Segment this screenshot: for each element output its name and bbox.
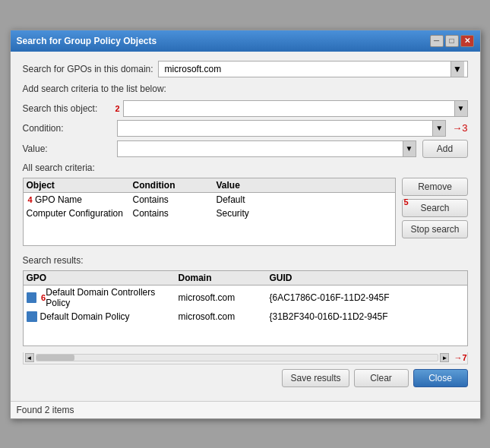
- add-button[interactable]: Add: [422, 140, 468, 158]
- save-results-button[interactable]: Save results: [282, 369, 349, 387]
- criteria-table[interactable]: Object Condition Value 4 GPO Name Contai…: [23, 178, 397, 246]
- criteria-row-2[interactable]: Computer Configuration Contains Security: [24, 207, 396, 220]
- col-value: Value: [217, 180, 393, 191]
- value-field[interactable]: ▼: [117, 140, 416, 157]
- value-dropdown[interactable]: ▼: [403, 140, 416, 157]
- dialog-content: Search for GPOs in this domain: microsof…: [11, 52, 480, 401]
- scrollbar-track[interactable]: [36, 354, 439, 361]
- window-controls: ─ □ ✕: [430, 35, 474, 47]
- search-object-label: Search this object:: [23, 103, 114, 114]
- scroll-right-btn[interactable]: ►: [440, 353, 449, 362]
- criteria-container: Object Condition Value 4 GPO Name Contai…: [23, 178, 468, 246]
- status-bar: Found 2 items: [11, 401, 480, 418]
- minimize-button[interactable]: ─: [430, 35, 444, 47]
- maximize-button[interactable]: □: [445, 35, 459, 47]
- result-row-1[interactable]: 6 Default Domain Controllers Policy micr…: [24, 286, 467, 310]
- domain-select[interactable]: microsoft.com ▼: [158, 61, 468, 77]
- scroll-left-btn[interactable]: ◄: [25, 353, 34, 362]
- criteria-header: Object Condition Value: [24, 178, 396, 193]
- remove-button[interactable]: Remove: [402, 178, 467, 196]
- domain-row: Search for GPOs in this domain: microsof…: [23, 61, 468, 77]
- result-row-2[interactable]: Default Domain Policy microsoft.com {31B…: [24, 310, 467, 323]
- add-criteria-label: Add search criteria to the list below:: [23, 84, 468, 94]
- row1-condition: Contains: [133, 194, 217, 205]
- condition-input[interactable]: [117, 120, 433, 137]
- window-title: Search for Group Policy Objects: [17, 36, 157, 46]
- window-close-button[interactable]: ✕: [460, 35, 474, 47]
- bottom-buttons: Save results Clear Close: [23, 369, 468, 387]
- stop-search-button[interactable]: Stop search: [402, 220, 467, 238]
- search-object-field[interactable]: ▼: [123, 100, 468, 117]
- criteria-buttons: Remove Search 5 Stop search: [402, 178, 467, 246]
- result1-gpo: 6 Default Domain Controllers Policy: [27, 287, 179, 308]
- result2-domain: microsoft.com: [179, 311, 270, 322]
- condition-field[interactable]: ▼: [117, 120, 447, 137]
- results-label: Search results:: [23, 255, 468, 266]
- search-object-dropdown[interactable]: ▼: [454, 100, 468, 117]
- condition-label: Condition:: [23, 123, 114, 134]
- results-table[interactable]: GPO Domain GUID 6 Default Domain Control…: [23, 270, 468, 346]
- scrollbar-thumb[interactable]: [36, 355, 74, 361]
- search-button[interactable]: Search: [402, 199, 467, 217]
- result2-gpo: Default Domain Policy: [27, 311, 179, 322]
- search-object-row: Search this object: 2 ▼: [23, 100, 468, 117]
- value-input[interactable]: [117, 140, 403, 157]
- condition-dropdown[interactable]: ▼: [432, 120, 446, 137]
- row2-object: Computer Configuration: [27, 208, 133, 219]
- row1-object: 4 GPO Name: [27, 194, 133, 205]
- results-header: GPO Domain GUID: [24, 271, 467, 286]
- value-label: Value:: [23, 144, 114, 154]
- domain-label: Search for GPOs in this domain:: [23, 64, 153, 74]
- result1-domain: microsoft.com: [179, 292, 270, 303]
- result2-guid: {31B2F340-016D-11D2-945F: [270, 311, 464, 322]
- results-col-guid: GUID: [270, 273, 464, 283]
- main-window: Search for Group Policy Objects ─ □ ✕ Se…: [10, 30, 481, 419]
- horizontal-scrollbar[interactable]: ◄ ► →7: [23, 352, 468, 364]
- condition-row: Condition: ▼ →3: [23, 120, 468, 137]
- result1-gpo-annotation: 6: [40, 292, 46, 303]
- col-condition: Condition: [133, 180, 217, 191]
- row2-condition: Contains: [133, 208, 217, 219]
- col-object: Object: [27, 180, 133, 191]
- row1-value: Default: [217, 194, 393, 205]
- criteria-row-1[interactable]: 4 GPO Name Contains Default: [24, 193, 396, 207]
- results-col-domain: Domain: [179, 273, 270, 283]
- domain-value: microsoft.com: [162, 64, 450, 74]
- search-object-input[interactable]: [123, 100, 454, 117]
- all-criteria-label: All search criteria:: [23, 162, 468, 173]
- row2-value: Security: [217, 208, 393, 219]
- status-text: Found 2 items: [17, 405, 74, 415]
- gpo-icon-2: [27, 311, 37, 322]
- close-button[interactable]: Close: [413, 369, 468, 387]
- clear-button[interactable]: Clear: [354, 369, 409, 387]
- title-bar: Search for Group Policy Objects ─ □ ✕: [11, 30, 480, 52]
- results-col-gpo: GPO: [27, 273, 179, 283]
- value-row: Value: ▼ Add: [23, 140, 468, 158]
- gpo-icon-1: [27, 292, 37, 303]
- result1-guid: {6AC1786C-016F-11D2-945F: [270, 292, 464, 303]
- domain-dropdown-arrow[interactable]: ▼: [450, 62, 464, 77]
